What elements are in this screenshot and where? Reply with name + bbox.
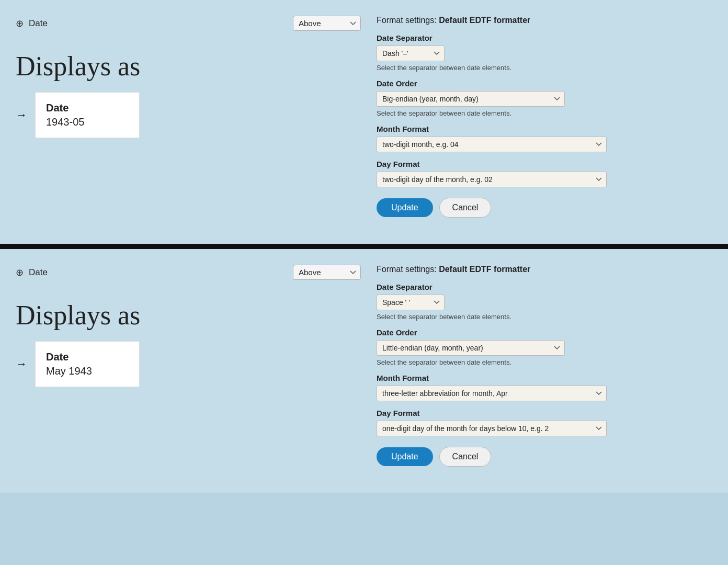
update-button-1[interactable]: Update (377, 198, 433, 217)
field-label-2: Date (29, 267, 48, 278)
day-format-label-1: Day Format (377, 160, 712, 168)
field-label-1: Date (29, 18, 48, 29)
panel-2: ⊕ Date Above Below Left Right Displays a… (0, 249, 728, 493)
date-order-select-1[interactable]: Big-endian (year, month, day) Little-end… (377, 91, 565, 107)
date-separator-hint-2: Select the separator between date elemen… (377, 313, 712, 321)
right-section-1: Format settings: Default EDTF formatter … (361, 16, 712, 218)
day-format-label-2: Day Format (377, 409, 712, 417)
position-select-1[interactable]: Above Below Left Right (293, 16, 361, 31)
day-format-group-1: Day Format two-digit day of the month, e… (377, 160, 712, 187)
displays-as-label-2: Displays as (16, 300, 361, 331)
day-format-select-1[interactable]: two-digit day of the month, e.g. 02 one-… (377, 172, 607, 187)
month-format-select-1[interactable]: two-digit month, e.g. 04 three-letter ab… (377, 137, 607, 152)
preview-card-title-1: Date (46, 102, 123, 114)
month-format-group-2: Month Format two-digit month, e.g. 04 th… (377, 374, 712, 401)
right-section-2: Format settings: Default EDTF formatter … (361, 265, 712, 467)
preview-row-1: → Date 1943-05 (16, 92, 361, 138)
drag-icon-2[interactable]: ⊕ (16, 267, 24, 278)
preview-card-1: Date 1943-05 (35, 92, 140, 138)
preview-row-2: → Date May 1943 (16, 341, 361, 387)
date-order-hint-2: Select the separator between date elemen… (377, 358, 712, 366)
date-order-hint-1: Select the separator between date elemen… (377, 109, 712, 117)
field-row-1: ⊕ Date Above Below Left Right (16, 16, 361, 31)
month-format-label-2: Month Format (377, 374, 712, 382)
left-section-2: ⊕ Date Above Below Left Right Displays a… (16, 265, 361, 387)
month-format-select-2[interactable]: two-digit month, e.g. 04 three-letter ab… (377, 386, 607, 401)
month-format-group-1: Month Format two-digit month, e.g. 04 th… (377, 125, 712, 152)
position-select-2[interactable]: Above Below Left Right (293, 265, 361, 280)
date-order-label-2: Date Order (377, 328, 712, 337)
field-row-2: ⊕ Date Above Below Left Right (16, 265, 361, 280)
date-order-label-1: Date Order (377, 79, 712, 88)
date-order-group-2: Date Order Big-endian (year, month, day)… (377, 328, 712, 366)
date-separator-label-2: Date Separator (377, 282, 712, 291)
left-section-1: ⊕ Date Above Below Left Right Displays a… (16, 16, 361, 138)
button-row-2: Update Cancel (377, 447, 712, 467)
date-separator-label-1: Date Separator (377, 33, 712, 42)
date-order-select-2[interactable]: Big-endian (year, month, day) Little-end… (377, 340, 565, 356)
cancel-button-2[interactable]: Cancel (439, 447, 492, 467)
displays-as-label-1: Displays as (16, 51, 361, 82)
date-separator-group-1: Date Separator Dash '–' Space ' ' Slash … (377, 33, 712, 72)
format-settings-title-2: Format settings: Default EDTF formatter (377, 265, 712, 274)
preview-card-title-2: Date (46, 351, 123, 363)
button-row-1: Update Cancel (377, 198, 712, 218)
cancel-button-1[interactable]: Cancel (439, 198, 492, 218)
panel-1: ⊕ Date Above Below Left Right Displays a… (0, 0, 728, 244)
date-separator-group-2: Date Separator Dash '–' Space ' ' Slash … (377, 282, 712, 321)
date-separator-select-2[interactable]: Dash '–' Space ' ' Slash '/' None (377, 295, 445, 310)
update-button-2[interactable]: Update (377, 447, 433, 466)
day-format-select-2[interactable]: two-digit day of the month, e.g. 02 one-… (377, 421, 607, 436)
format-settings-title-1: Format settings: Default EDTF formatter (377, 16, 712, 25)
arrow-icon-1: → (16, 108, 27, 122)
preview-card-value-2: May 1943 (46, 365, 123, 377)
preview-card-value-1: 1943-05 (46, 116, 123, 128)
day-format-group-2: Day Format two-digit day of the month, e… (377, 409, 712, 436)
arrow-icon-2: → (16, 357, 27, 371)
month-format-label-1: Month Format (377, 125, 712, 133)
panel-divider (0, 244, 728, 249)
drag-icon-1[interactable]: ⊕ (16, 18, 24, 29)
date-separator-hint-1: Select the separator between date elemen… (377, 64, 712, 72)
preview-card-2: Date May 1943 (35, 341, 140, 387)
date-separator-select-1[interactable]: Dash '–' Space ' ' Slash '/' None (377, 46, 445, 61)
date-order-group-1: Date Order Big-endian (year, month, day)… (377, 79, 712, 117)
